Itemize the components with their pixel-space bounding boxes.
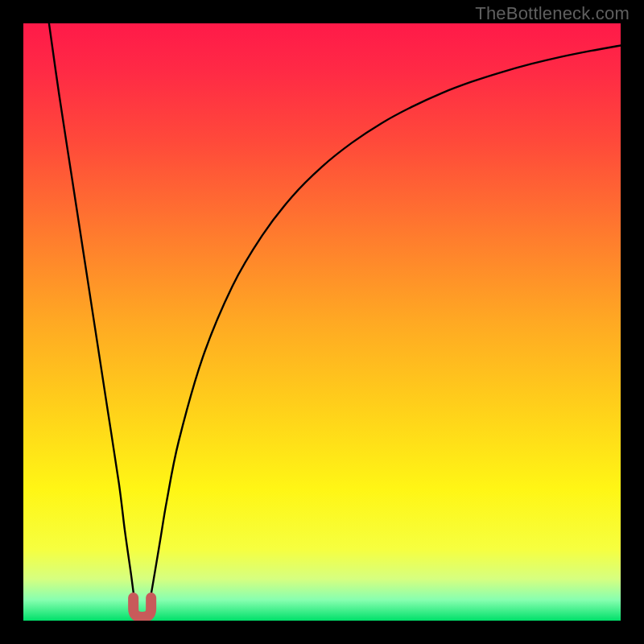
gradient-background: [23, 23, 621, 621]
bottleneck-chart: [23, 23, 621, 621]
watermark-text: TheBottleneck.com: [475, 3, 630, 24]
plot-area: [23, 23, 621, 621]
chart-frame: TheBottleneck.com: [0, 0, 644, 644]
